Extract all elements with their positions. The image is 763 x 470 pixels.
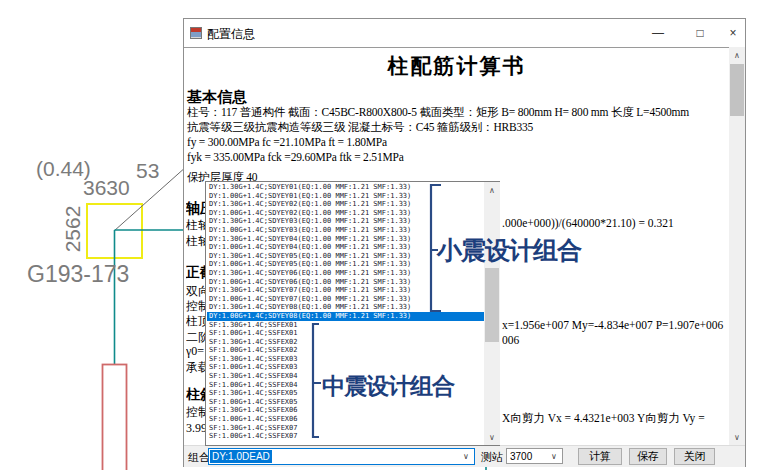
scroll-thumb[interactable] — [485, 268, 499, 342]
save-button[interactable]: 保存 — [629, 448, 667, 465]
station-combobox[interactable]: 3700 ∨ — [506, 448, 563, 464]
dialog-title: 配置信息 — [207, 26, 255, 43]
dropdown-item[interactable]: DY:1.30G+1.4C;SDYEY08(EQ:1.00 MMF:1.21 S… — [207, 303, 484, 312]
dropdown-item[interactable]: DY:1.00G+1.4C;SDYEY01(EQ:1.00 MMF:1.21 S… — [207, 192, 484, 201]
dropdown-item[interactable]: DY:1.30G+1.4C;SDYEY03(EQ:1.00 MMF:1.21 S… — [207, 217, 484, 226]
annotation-small-quake: 小震设计组合 — [437, 234, 581, 267]
dropdown-item[interactable]: SF:1.00G+1.4C;SSFEX01 — [207, 329, 484, 338]
left-fragments: 轴压柱轴柱轴正截双向控制柱顶二阶γ0=承载柱斜控制3.99 — [186, 48, 205, 446]
close-icon: × — [729, 26, 736, 40]
dropdown-item-selected[interactable]: DY:1.00G+1.4C;SDYEY08(EQ:1.00 MMF:1.21 S… — [207, 312, 484, 321]
report-text-fragment: 控制 — [186, 404, 205, 421]
scroll-thumb[interactable] — [730, 64, 744, 116]
station-value: 3700 — [510, 451, 532, 462]
cad-dim-label: 53 — [136, 159, 159, 183]
report-text-fragment: 柱轴 — [186, 217, 205, 234]
dropdown-item[interactable]: DY:1.30G+1.4C;SDYEY02(EQ:1.00 MMF:1.21 S… — [207, 200, 484, 209]
combo-dropdown-list: DY:1.30G+1.4C;SDYEY01(EQ:1.00 MMF:1.21 S… — [205, 181, 500, 446]
maximize-button[interactable]: □ — [679, 19, 721, 47]
report-text-fragment: 柱顶 — [186, 313, 205, 330]
report-scrollbar[interactable]: ∧ ∨ — [729, 47, 745, 445]
dropdown-item[interactable]: SF:1.30G+1.4C;SSFEX06 — [207, 406, 484, 415]
scroll-down-icon[interactable]: ∨ — [484, 429, 500, 445]
report-text-fragment: 柱轴 — [186, 233, 205, 250]
dropdown-item[interactable]: SF:1.00G+1.4C;SSFEX07 — [207, 432, 484, 441]
cad-dim-label: 3630 — [83, 176, 130, 200]
dropdown-item[interactable]: SF:1.00G+1.4C;SSFEX06 — [207, 415, 484, 424]
window-icon — [190, 27, 202, 39]
report-text-fragment: 006 — [502, 334, 519, 346]
dropdown-item[interactable]: DY:1.00G+1.4C;SDYEY06(EQ:1.00 MMF:1.21 S… — [207, 278, 484, 287]
dialog-titlebar[interactable]: 配置信息 — □ × — [184, 19, 745, 47]
station-label: 测站 — [481, 450, 503, 465]
dropdown-item[interactable]: SF:1.00G+1.4C;SSFEX02 — [207, 346, 484, 355]
screenshot-root: (0.44) 3630 53 2562 G193-173 配置信息 — □ × … — [0, 0, 763, 470]
cad-dim-label-vertical: 2562 — [61, 206, 85, 253]
dropdown-item[interactable]: DY:1.30G+1.4C;SDYEY06(EQ:1.00 MMF:1.21 S… — [207, 269, 484, 278]
report-line: fyk = 335.00MPa fck =29.60MPa ftk = 2.51… — [187, 151, 404, 163]
scroll-up-icon[interactable]: ∧ — [729, 47, 745, 63]
minimize-icon: — — [652, 26, 664, 40]
dropdown-item[interactable]: DY:1.30G+1.4C;SDYEY07(EQ:1.00 MMF:1.21 S… — [207, 286, 484, 295]
report-text-fragment: γ0= — [186, 344, 204, 359]
scroll-up-icon[interactable]: ∧ — [484, 182, 500, 198]
dropdown-item[interactable]: DY:1.00G+1.4C;SDYEY02(EQ:1.00 MMF:1.21 S… — [207, 209, 484, 218]
combo-arrow-icon[interactable]: ∨ — [547, 449, 561, 463]
report-line: 抗震等级三级抗震构造等级三级 混凝土标号：C45 箍筋级别：HRB335 — [187, 120, 533, 135]
report-text-fragment: 3.99 — [186, 421, 205, 436]
report-text-fragment: X向剪力 Vx = 4.4321e+003 Y向剪力 Vy = — [502, 411, 705, 426]
report-text-fragment: 柱斜 — [186, 386, 205, 404]
report-line: fy = 300.00MPa fc =21.10MPa ft = 1.80MPa — [187, 136, 387, 148]
report-text-fragment: .000e+000))/(640000*21.10) = 0.321 — [502, 217, 674, 229]
report-text-fragment: 承载 — [186, 359, 205, 376]
dropdown-item[interactable]: DY:1.00G+1.4C;SDYEY07(EQ:1.00 MMF:1.21 S… — [207, 295, 484, 304]
report-text-fragment: 正截 — [186, 264, 205, 282]
close-button[interactable]: × — [721, 19, 745, 47]
cad-grid-line-teal — [115, 230, 184, 364]
close-dialog-button[interactable]: 关闭 — [674, 448, 715, 465]
scroll-down-icon[interactable]: ∨ — [729, 429, 745, 445]
combo-label: 组合 — [188, 450, 210, 465]
maximize-icon: □ — [696, 26, 703, 40]
dropdown-scrollbar[interactable]: ∧ ∨ — [484, 182, 500, 445]
dropdown-items: DY:1.30G+1.4C;SDYEY01(EQ:1.00 MMF:1.21 S… — [207, 183, 484, 444]
dropdown-item[interactable]: SF:1.30G+1.4C;SSFEX03 — [207, 355, 484, 364]
combobox-selected-value: DY:1.0DEAD — [210, 450, 272, 463]
dropdown-item[interactable]: DY:1.30G+1.4C;SDYEY01(EQ:1.00 MMF:1.21 S… — [207, 183, 484, 192]
cad-column-outline-red — [103, 365, 127, 470]
combination-combobox[interactable]: DY:1.0DEAD ∨ — [208, 448, 475, 465]
dropdown-item[interactable]: SF:1.30G+1.4C;SSFEX01 — [207, 321, 484, 330]
window-controls: — □ × — [637, 19, 745, 47]
minimize-button[interactable]: — — [637, 19, 679, 47]
dialog-bottom-bar: 组合 DY:1.0DEAD ∨ 测站 3700 ∨ 计算 保存 关闭 — [184, 445, 745, 467]
report-text-fragment: 轴压 — [186, 200, 205, 218]
report-text-fragment: x=1.956e+007 My=-4.834e+007 P=1.907e+006 — [502, 319, 723, 331]
combo-arrow-icon[interactable]: ∨ — [459, 449, 473, 464]
dropdown-item[interactable]: SF:1.30G+1.4C;SSFEX02 — [207, 338, 484, 347]
calculate-button[interactable]: 计算 — [578, 448, 622, 465]
dropdown-item[interactable]: SF:1.30G+1.4C;SSFEX07 — [207, 424, 484, 433]
cad-grid-label: G193-173 — [27, 261, 129, 288]
annotation-mid-quake: 中震设计组合 — [322, 371, 454, 402]
